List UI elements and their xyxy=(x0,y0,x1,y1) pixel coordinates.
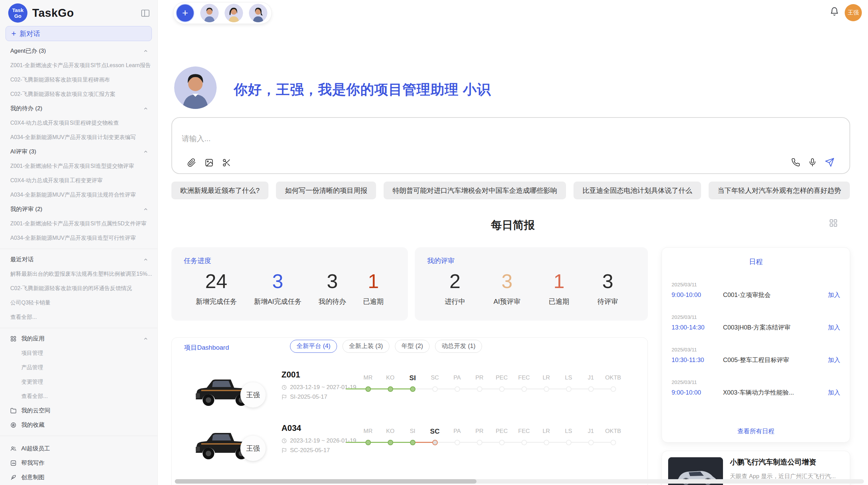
divider xyxy=(0,249,157,249)
user-avatar[interactable]: 王强 xyxy=(845,4,862,21)
image-icon[interactable] xyxy=(205,158,214,167)
join-link[interactable]: 加入 xyxy=(828,291,840,299)
chat-input[interactable] xyxy=(182,134,662,143)
recent-chat-item[interactable]: 解释最新出台的欧盟报废车法规再生塑料比例被调至15%... xyxy=(0,267,157,281)
join-link[interactable]: 加入 xyxy=(828,388,840,397)
sidebar-item-cloud-space[interactable]: 我的云空间 xyxy=(0,403,157,418)
chevron-up-icon[interactable] xyxy=(143,257,148,262)
write-image-icon xyxy=(10,460,16,466)
sidebar-item-help-write[interactable]: 帮我写作 xyxy=(0,456,157,470)
suggestion-chip[interactable]: 如何写一份清晰的项目周报 xyxy=(276,182,376,199)
new-chat-label: 新对话 xyxy=(20,29,40,38)
recent-chat-item[interactable]: 公司Q3轻卡销量 xyxy=(0,296,157,310)
project-row[interactable]: 王强 Z001 2023-12-19 ~ 2027-01-19 SI-2025-… xyxy=(172,369,648,417)
my-review-card: 我的评审 2 进行中 3 AI预评审 1 已逾期 3 待评审 xyxy=(415,247,648,321)
assistant-avatar xyxy=(174,66,217,109)
feather-pen-icon xyxy=(10,474,16,481)
attachment-icon[interactable] xyxy=(187,158,196,167)
suggestion-chip[interactable]: 特朗普可能对进口汽车增税会对中国车企造成哪些影响 xyxy=(384,182,566,199)
chevron-up-icon[interactable] xyxy=(143,48,148,54)
chevron-up-icon[interactable] xyxy=(143,336,148,341)
grid-icon xyxy=(10,336,16,342)
plus-icon: + xyxy=(11,29,16,38)
task-item[interactable]: Z001-全新燃油轻卡产品开发项目SI节点属性5D文件评审 xyxy=(0,216,157,231)
stat-pending-review: 3 待评审 xyxy=(598,270,618,306)
task-item[interactable]: C02-飞腾新能源轻客改款项目立项汇报方案 xyxy=(0,87,157,101)
project-row[interactable]: 王强 A034 2023-12-19 ~ 2026-01-19 SC-2025-… xyxy=(172,423,648,471)
suggestion-chip[interactable]: 比亚迪全固态电池计划具体说了什么 xyxy=(574,182,701,199)
recent-view-all[interactable]: 查看全部... xyxy=(0,310,157,324)
task-item[interactable]: Z001-全新燃油皮卡产品开发项目SI节点Lesson Learn报告 xyxy=(0,58,157,73)
app-item-product-mgmt[interactable]: 产品管理 xyxy=(0,360,157,375)
tab-powertrain[interactable]: 动总开发 (1) xyxy=(435,340,482,353)
recent-chat-item[interactable]: C02-飞腾新能源轻客改款项目的闭环通告反馈情况 xyxy=(0,281,157,296)
chevron-up-icon[interactable] xyxy=(143,207,148,212)
layout-grid-icon[interactable] xyxy=(829,219,838,227)
session-switcher: + xyxy=(173,2,272,24)
clock-icon xyxy=(281,385,287,390)
sidebar-item-favorites[interactable]: 我的收藏 xyxy=(0,418,157,432)
microphone-icon[interactable] xyxy=(808,158,817,167)
section-recent-chats[interactable]: 最近对话 xyxy=(0,252,157,267)
news-title: 小鹏飞行汽车制造公司增资 xyxy=(730,457,836,467)
stat-in-progress: 2 进行中 xyxy=(445,270,465,306)
sidebar-item-my-apps[interactable]: 我的应用 xyxy=(0,332,157,346)
join-link[interactable]: 加入 xyxy=(828,356,840,364)
task-item[interactable]: C02-飞腾新能源轻客改款项目里程碑画布 xyxy=(0,73,157,87)
notification-bell-icon[interactable] xyxy=(830,7,839,16)
apps-view-all[interactable]: 查看全部... xyxy=(0,389,157,403)
task-item[interactable]: Z001-全新燃油轻卡产品开发项目SI造型提交物评审 xyxy=(0,159,157,173)
section-my-review[interactable]: 我的评审 (2) xyxy=(0,202,157,216)
flag-icon xyxy=(281,448,287,453)
milestone-oktb: OKTB xyxy=(602,427,624,445)
avatar[interactable] xyxy=(200,4,219,22)
schedule-item: 2025/03/11 9:00-10:00 C001-立项审批会 加入 xyxy=(672,282,840,299)
sidebar-collapse-icon[interactable] xyxy=(141,9,150,18)
task-item[interactable]: C0X4-动力总成开发项目SI里程碑提交物检查 xyxy=(0,116,157,130)
suggestion-chip[interactable]: 欧洲新规最近颁布了什么? xyxy=(171,182,268,199)
task-item[interactable]: C0X4-动力总成开发项目工程变更评审 xyxy=(0,173,157,188)
sidebar-item-creative-draw[interactable]: 创意制图 xyxy=(0,470,157,485)
stat-ai-prereview: 3 AI预评审 xyxy=(493,270,520,306)
task-item[interactable]: A034-全新新能源MUV产品开发项目造型可行性评审 xyxy=(0,231,157,245)
scissors-icon[interactable] xyxy=(222,158,231,167)
schedule-item: 2025/03/11 13:00-14:30 C003|H0B-方案冻结评审 加… xyxy=(672,314,840,332)
horizontal-scrollbar-thumb[interactable] xyxy=(175,479,477,484)
logo-text-top: Task xyxy=(12,7,23,13)
card-title: 任务进度 xyxy=(184,256,211,265)
sidebar-item-ai-employee[interactable]: AI超级员工 xyxy=(0,442,157,456)
view-all-schedule-link[interactable]: 查看所有日程 xyxy=(662,427,850,435)
schedule-item: 2025/03/11 10:30-11:30 C005-整车工程目标评审 加入 xyxy=(672,347,840,364)
suggestion-chip[interactable]: 当下年轻人对汽车外观有怎样的喜好趋势 xyxy=(709,182,850,199)
tab-new-platform[interactable]: 全新平台 (4) xyxy=(290,340,337,353)
new-chat-button[interactable]: + 新对话 xyxy=(5,26,152,41)
send-icon[interactable] xyxy=(825,158,834,167)
tab-new-body[interactable]: 全新上装 (3) xyxy=(342,340,389,353)
star-badge-icon xyxy=(10,422,16,428)
section-agent-done[interactable]: Agent已办 (3) xyxy=(0,44,157,58)
sidebar-header: Task Go TaskGo xyxy=(0,0,157,26)
section-ai-review[interactable]: AI评审 (3) xyxy=(0,145,157,159)
add-session-button[interactable]: + xyxy=(176,4,194,22)
app-item-change-mgmt[interactable]: 变更管理 xyxy=(0,375,157,389)
avatar[interactable] xyxy=(249,4,267,22)
dashboard-tabs: 全新平台 (4) 全新上装 (3) 年型 (2) 动总开发 (1) xyxy=(290,340,482,353)
section-my-todo[interactable]: 我的待办 (2) xyxy=(0,101,157,116)
phone-call-icon[interactable] xyxy=(791,158,800,167)
app-logo: Task Go xyxy=(8,3,27,23)
dashboard-title: 项目Dashboard xyxy=(184,343,229,352)
task-item[interactable]: A034-全新新能源MUV产品开发项目法规符合性评审 xyxy=(0,188,157,202)
app-item-project-mgmt[interactable]: 项目管理 xyxy=(0,346,157,360)
project-dates: 2023-12-19 ~ 2027-01-19 xyxy=(281,384,353,391)
tab-year-model[interactable]: 年型 (2) xyxy=(395,340,430,353)
chevron-up-icon[interactable] xyxy=(143,149,148,154)
project-dashboard-card: 项目Dashboard 全新平台 (4) 全新上装 (3) 年型 (2) 动总开… xyxy=(171,337,648,485)
join-link[interactable]: 加入 xyxy=(828,323,840,332)
horizontal-scrollbar-track[interactable] xyxy=(175,479,864,484)
task-item[interactable]: A034-全新新能源MUV产品开发项目计划变更表编写 xyxy=(0,130,157,145)
milestone-chain: MRKOSISCPAPRPECFECLRLSJ1OKTB xyxy=(357,373,624,392)
divider xyxy=(0,436,157,436)
chevron-up-icon[interactable] xyxy=(143,106,148,111)
app-title: TaskGo xyxy=(32,7,74,20)
avatar[interactable] xyxy=(225,4,243,22)
